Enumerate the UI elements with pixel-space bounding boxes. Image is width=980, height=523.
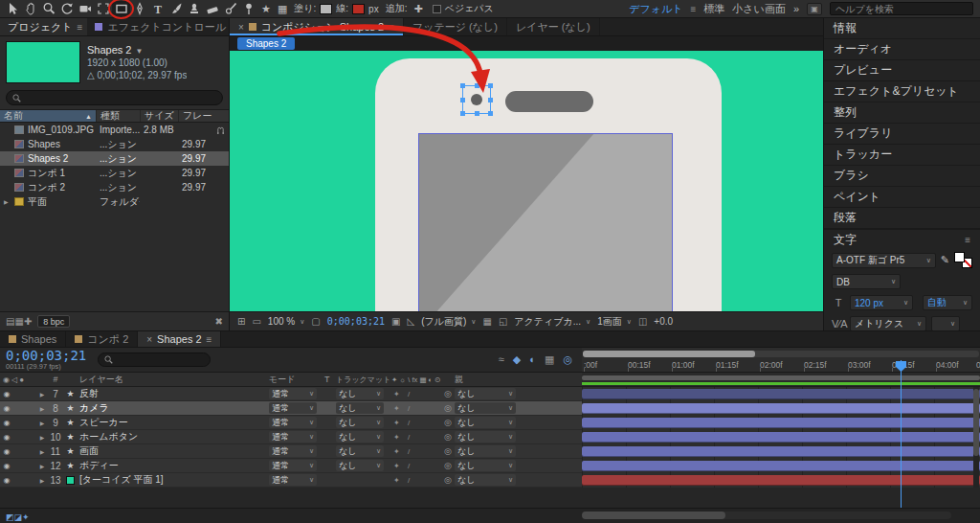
quality-select[interactable]: (フル画質)∨ [421,315,476,329]
time-ruler[interactable]: :00f00:15f01:00f01:15f02:00f02:15f03:00f… [582,348,980,373]
layer-row[interactable]: ◉▶10★ホームボタン通常∨なし∨✦ /◎なし∨ [0,430,582,444]
right-panel-item[interactable]: ライブラリ [824,124,980,145]
time-navigator-thumb[interactable] [583,351,755,357]
eraser-tool[interactable] [203,1,221,17]
project-row[interactable]: Shapes...ション29.97 [0,137,229,151]
right-panel-item[interactable]: 段落 [824,208,980,229]
puppet-pin-tool[interactable] [239,1,257,17]
pan-behind-tool[interactable] [94,1,112,17]
ruler-icon[interactable]: ◺ [407,316,414,327]
timeline-option-icon[interactable]: ◎ [563,353,572,366]
mode-select[interactable]: 通常∨ [269,431,317,443]
panel-menu-icon[interactable]: ≡ [78,22,83,33]
project-row[interactable]: ▶平面フォルダー [0,194,229,209]
expand-icon[interactable]: ⊞ [237,316,245,327]
project-search-input[interactable] [25,93,216,103]
clone-stamp-tool[interactable] [185,1,203,17]
mode-select[interactable]: 通常∨ [269,402,317,414]
project-search[interactable] [6,90,223,105]
timeline-search-input[interactable] [117,354,204,365]
bit-depth-button[interactable]: 8 bpc [37,315,70,328]
track-matte-select[interactable]: なし∨ [336,402,384,414]
layer-duration-bar[interactable] [582,475,980,486]
parent-select[interactable]: なし∨ [455,431,516,443]
twirl-icon[interactable]: ▶ [36,434,48,441]
twirl-icon[interactable]: ▶ [36,391,48,398]
layer-name[interactable]: スピーカー [78,416,269,429]
project-row[interactable]: コンポ 2...ション29.97 [0,180,229,194]
pickwhip-icon[interactable]: ◎ [441,446,455,456]
twirl-icon[interactable]: ▶ [36,405,48,412]
eye-icon[interactable]: ◉ [0,462,13,470]
right-panel-item[interactable]: トラッカー [824,145,980,166]
eye-icon[interactable]: ◉ [0,404,13,413]
selection-handle[interactable] [488,111,493,116]
layer-switches[interactable]: ✦ / [391,404,441,413]
layer-switches[interactable]: ✦ / [391,419,441,427]
layer-name[interactable]: 反射 [78,387,269,400]
mode-select[interactable]: 通常∨ [269,474,317,486]
roto-brush-tool[interactable] [221,1,239,17]
layer-row[interactable]: ◉▶12★ボディー通常∨なし∨✦ /◎なし∨ [0,459,582,473]
selection-box[interactable] [462,85,491,114]
right-panel-item[interactable]: ブラシ [824,166,980,187]
timeline-vertical-scrollbar[interactable] [973,387,979,488]
layer-switches[interactable]: ✦ / [391,462,441,470]
layer-row[interactable]: ◉▶11★画面通常∨なし∨✦ /◎なし∨ [0,444,582,459]
mode-select[interactable]: 通常∨ [269,445,317,457]
bezier-checkbox[interactable] [433,5,441,13]
mode-select[interactable]: 通常∨ [269,460,317,471]
eye-icon[interactable]: ◉ [0,419,13,427]
parent-select[interactable]: なし∨ [455,474,516,486]
comp-thumbnail[interactable] [6,41,80,83]
layer-row[interactable]: ◉▶8★カメラ通常∨なし∨✦ /◎なし∨ [0,401,582,416]
timeline-option-icon[interactable]: ◐ [529,353,536,366]
pickwhip-icon[interactable]: ◎ [441,475,455,485]
layer-switches[interactable]: ✦ / [391,476,441,485]
current-timecode[interactable]: 0;00;03;21 00111 (29.97 fps) [6,349,86,371]
tab-project[interactable]: プロジェクト ≡ [0,18,87,35]
right-panel-item[interactable]: 整列 [824,102,980,124]
comp-chip[interactable]: Shapes 2 [237,37,295,50]
track-matte-header[interactable]: トラックマット [336,375,391,385]
project-row[interactable]: コンポ 1...ション29.97 [0,166,229,180]
composition-canvas[interactable] [230,51,823,311]
layer-duration-bar[interactable] [582,446,980,457]
eye-icon[interactable]: ◉ [0,390,13,398]
font-family-select[interactable]: A-OTF 新ゴ Pr5∨ [832,253,936,268]
rectangle-tool[interactable] [112,1,130,17]
layer-row[interactable]: ◉▶13[ターコイズ 平面 1]通常∨✦ /◎なし∨ [0,473,582,488]
selection-tool[interactable] [3,1,21,17]
pickwhip-icon[interactable]: ◎ [441,389,455,398]
layer-switches[interactable]: ✦ / [391,433,441,442]
workspace-menu-icon[interactable]: ≡ [691,4,697,14]
work-area-bar[interactable] [582,375,980,380]
layer-name[interactable]: ボディー [78,459,269,472]
brush-tool[interactable] [167,1,185,17]
parent-select[interactable]: なし∨ [455,445,516,457]
twirl-icon[interactable]: ▶ [36,448,48,455]
current-time-indicator[interactable] [901,360,902,508]
project-footer-icon[interactable]: ✚ [24,316,32,327]
layer-duration-bar[interactable] [582,418,980,428]
timeline-option-icon[interactable]: ≈ [499,353,504,366]
tab-layer[interactable]: レイヤー (なし) [507,18,600,35]
eye-icon[interactable]: ◉ [0,476,13,485]
panel-menu-icon[interactable]: ≡ [389,22,394,33]
track-matte-select[interactable]: なし∨ [336,431,384,443]
twirl-icon[interactable]: ▶ [36,463,48,469]
layer-name-header[interactable]: レイヤー名 [78,374,269,386]
right-panel-item[interactable]: エフェクト&プリセット [824,81,980,102]
parent-select[interactable]: なし∨ [455,402,516,414]
timeline-option-icon[interactable]: ▦ [545,353,554,366]
orbit-tool[interactable] [57,1,76,17]
add-shape-icon[interactable]: ✚ [413,3,422,15]
tab-effect-controls[interactable]: エフェクトコントロール [87,18,229,35]
layer-duration-bar[interactable] [582,432,980,443]
layer-switches[interactable]: ✦ / [391,390,441,398]
track-matte-select[interactable]: なし∨ [336,417,384,428]
column-framerate[interactable]: フレー [178,110,229,122]
parent-select[interactable]: なし∨ [455,388,516,399]
workspace-small-screen[interactable]: 小さい画面 [732,2,786,16]
panel-menu-icon[interactable]: ≡ [207,334,212,345]
